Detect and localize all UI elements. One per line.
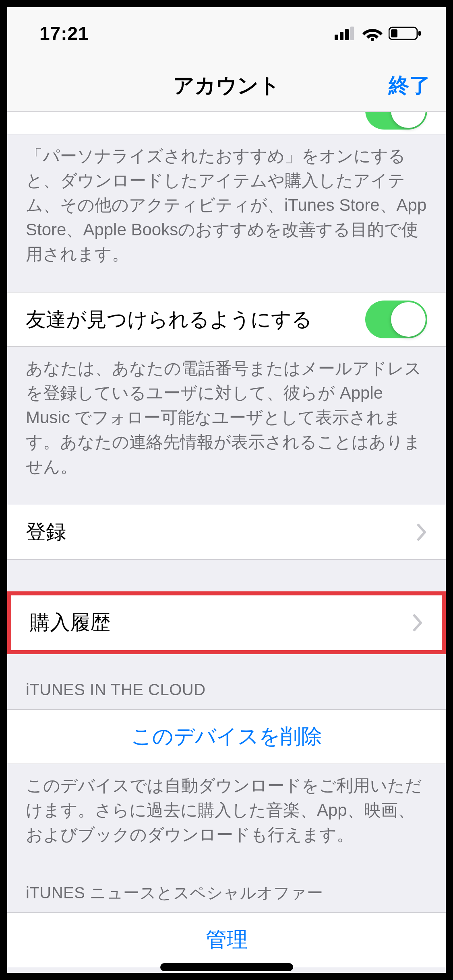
remove-device-link[interactable]: このデバイスを削除 [26, 723, 427, 751]
remove-device-footer: このデバイスでは自動ダウンロードをご利用いただけます。さらに過去に購入した音楽、… [7, 764, 446, 857]
toggle-knob [391, 112, 426, 128]
battery-icon [389, 26, 422, 41]
personalized-recommendations-label: パーソナライズされたおすすめ [26, 112, 313, 115]
highlight-annotation: 購入履歴 [7, 591, 446, 654]
content[interactable]: パーソナライズされたおすすめ 「パーソナライズされたおすすめ」をオンにすると、ダ… [7, 112, 446, 973]
spacer [7, 489, 446, 505]
redaction-bar [160, 963, 293, 971]
allow-friends-find-toggle[interactable] [365, 301, 427, 338]
manage-link[interactable]: 管理 [26, 926, 427, 954]
cellular-icon [335, 27, 356, 40]
wifi-icon [362, 26, 383, 41]
personalized-recommendations-row[interactable]: パーソナライズされたおすすめ [7, 112, 446, 134]
allow-friends-find-footer: あなたは、あなたの電話番号またはメールアドレスを登録しているユーザに対して、彼ら… [7, 347, 446, 488]
purchase-history-label: 購入履歴 [30, 609, 110, 636]
spacer [7, 560, 446, 592]
chevron-right-icon [413, 614, 423, 632]
nav-title: アカウント [173, 72, 280, 100]
status-time: 17:21 [39, 23, 89, 44]
svg-rect-2 [345, 29, 349, 40]
subscriptions-row[interactable]: 登録 [7, 505, 446, 560]
screen: 17:21 [7, 7, 446, 973]
news-offers-header: iTUNES ニュースとスペシャルオファー [7, 857, 446, 912]
chevron-right-icon [417, 523, 427, 541]
spacer [7, 276, 446, 292]
svg-rect-1 [340, 32, 343, 40]
svg-rect-6 [391, 29, 397, 37]
nav-header: アカウント 終了 [7, 60, 446, 112]
status-bar: 17:21 [7, 7, 446, 60]
svg-rect-7 [418, 31, 421, 36]
device-frame: 17:21 [0, 0, 453, 980]
subscriptions-label: 登録 [26, 519, 66, 546]
done-button[interactable]: 終了 [389, 72, 430, 100]
personalized-recommendations-footer: 「パーソナライズされたおすすめ」をオンにすると、ダウンロードしたアイテムや購入し… [7, 134, 446, 276]
toggle-knob [391, 302, 426, 337]
itunes-cloud-header: iTUNES IN THE CLOUD [7, 654, 446, 709]
remove-device-row[interactable]: このデバイスを削除 [7, 709, 446, 764]
svg-point-4 [371, 38, 374, 41]
purchase-history-row[interactable]: 購入履歴 [11, 595, 442, 650]
allow-friends-find-row[interactable]: 友達が見つけられるようにする [7, 292, 446, 347]
status-indicators [335, 26, 422, 41]
allow-friends-find-label: 友達が見つけられるようにする [26, 306, 312, 333]
personalized-recommendations-toggle[interactable] [365, 112, 427, 130]
svg-rect-0 [335, 35, 338, 40]
svg-rect-3 [350, 27, 354, 40]
manage-row[interactable]: 管理 [7, 912, 446, 967]
